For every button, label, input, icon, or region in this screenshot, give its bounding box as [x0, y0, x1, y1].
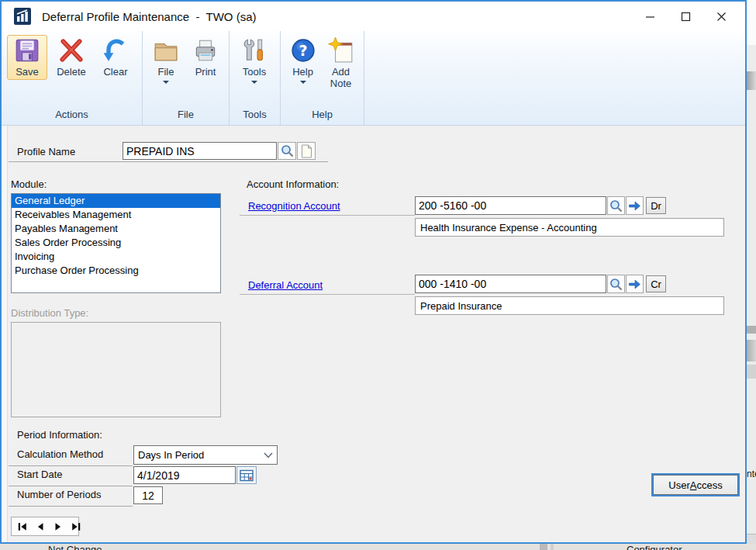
module-item-general-ledger[interactable]: General Ledger [12, 194, 220, 208]
profile-lookup-button[interactable] [278, 142, 296, 160]
last-record-icon [71, 521, 81, 532]
clear-undo-icon [102, 37, 129, 64]
background-band [747, 0, 756, 45]
deferral-account-link[interactable]: Deferral Account [248, 279, 323, 291]
close-icon [716, 12, 727, 22]
module-item-receivables-management[interactable]: Receivables Management [12, 208, 220, 222]
recognition-account-description: Health Insurance Expense - Accounting [415, 218, 724, 237]
next-record-button[interactable] [53, 521, 64, 532]
module-item-payables-management[interactable]: Payables Management [12, 222, 220, 236]
deferral-cr-button[interactable]: Cr [646, 275, 666, 292]
background-band [747, 326, 756, 334]
save-floppy-icon [14, 37, 40, 64]
go-to-arrow-icon [628, 199, 641, 213]
minimize-icon [645, 12, 655, 22]
tools-icon [241, 37, 268, 64]
account-information-label: Account Information: [247, 178, 339, 190]
delete-label: Delete [57, 67, 86, 78]
file-menu-button[interactable]: File [148, 35, 184, 85]
ribbon-group-label-file: File [148, 106, 223, 125]
number-of-periods-input[interactable] [133, 486, 163, 504]
recognition-account-link[interactable]: Recognition Account [248, 200, 340, 212]
module-listbox: General Ledger Receivables Management Pa… [11, 193, 221, 293]
first-record-button[interactable] [17, 521, 28, 532]
tools-menu-button[interactable]: Tools [235, 35, 274, 85]
separator [9, 506, 133, 507]
recognition-dr-button[interactable]: Dr [646, 197, 666, 214]
start-date-calendar-button[interactable] [236, 466, 257, 484]
distribution-type-listbox [11, 322, 221, 417]
background-window-right-sliver: nte [747, 0, 756, 550]
clear-label: Clear [103, 67, 127, 78]
lookup-magnifier-icon [281, 144, 294, 157]
deferral-account-goto-button[interactable] [626, 275, 644, 293]
profile-note-button[interactable] [297, 142, 316, 160]
minimize-button[interactable] [632, 2, 668, 31]
deferral-account-description: Prepaid Insurance [415, 296, 724, 315]
tools-label: Tools [243, 67, 266, 78]
calculation-method-value: Days In Period [138, 449, 264, 461]
separator [240, 215, 415, 216]
calculation-method-label: Calculation Method [17, 448, 103, 460]
window-content: Profile Name Module: General Ledger Rece… [2, 126, 745, 542]
close-button[interactable] [703, 2, 739, 31]
deferral-profile-maintenance-window: Deferral Profile Maintenance - TWO (sa) [0, 0, 747, 544]
background-band [747, 365, 756, 379]
left-edge-strip [2, 126, 8, 542]
module-item-sales-order-processing[interactable]: Sales Order Processing [12, 236, 220, 250]
note-page-icon [300, 144, 312, 158]
print-button[interactable]: Print [188, 35, 223, 80]
recognition-account-goto-button[interactable] [626, 196, 644, 215]
save-button[interactable]: Save [7, 35, 47, 80]
clear-button[interactable]: Clear [95, 35, 136, 80]
recognition-account-lookup-button[interactable] [607, 196, 625, 215]
last-record-button[interactable] [71, 521, 81, 532]
deferral-account-lookup-button[interactable] [607, 275, 625, 293]
svg-text:?: ? [299, 42, 307, 60]
start-date-input[interactable] [133, 466, 236, 484]
tools-dropdown-caret-icon [251, 81, 257, 84]
ribbon-group-help: ? Help Add Note Help [281, 31, 364, 125]
user-access-label-post: ccess [696, 479, 722, 491]
app-chart-icon [14, 8, 31, 25]
calculation-method-select[interactable]: Days In Period [133, 445, 278, 465]
previous-record-button[interactable] [35, 521, 46, 532]
maximize-icon [681, 12, 691, 22]
title-bar: Deferral Profile Maintenance - TWO (sa) [2, 2, 745, 31]
help-question-icon: ? [290, 37, 316, 64]
file-label: File [158, 67, 174, 78]
module-item-purchase-order-processing[interactable]: Purchase Order Processing [12, 264, 220, 278]
background-band [747, 340, 756, 361]
background-divider [540, 544, 547, 550]
window-title: Deferral Profile Maintenance - TWO (sa) [42, 10, 256, 23]
help-menu-button[interactable]: ? Help [286, 35, 319, 85]
help-dropdown-caret-icon [300, 81, 306, 84]
period-information-label: Period Information: [17, 429, 102, 441]
next-record-icon [53, 521, 64, 532]
folder-icon [153, 37, 179, 64]
ribbon-group-tools: Tools Tools [230, 31, 281, 125]
add-note-button[interactable]: Add Note [323, 35, 358, 91]
start-date-label: Start Date [17, 469, 63, 480]
add-note-icon [328, 37, 354, 64]
recognition-account-input[interactable] [415, 196, 606, 215]
module-item-invoicing[interactable]: Invoicing [12, 250, 220, 264]
ribbon-group-label-help: Help [286, 106, 358, 125]
record-navigation-bar [11, 517, 79, 536]
profile-name-input[interactable] [123, 142, 277, 160]
save-label: Save [16, 67, 39, 78]
calendar-icon [240, 469, 254, 482]
user-access-button[interactable]: User Access [653, 475, 738, 495]
background-configurator-text: Configurator [627, 544, 682, 550]
distribution-type-label: Distribution Type: [11, 307, 88, 319]
maximize-button[interactable] [668, 2, 703, 31]
delete-button[interactable]: Delete [51, 35, 91, 80]
deferral-account-input[interactable] [415, 275, 606, 293]
profile-name-label: Profile Name [17, 146, 75, 157]
first-record-icon [17, 521, 28, 532]
ribbon-group-actions: Save Delete Clear Actions [2, 31, 143, 125]
print-label: Print [195, 67, 216, 78]
printer-icon [192, 37, 219, 64]
background-band [747, 71, 756, 90]
chevron-down-icon [264, 452, 273, 458]
